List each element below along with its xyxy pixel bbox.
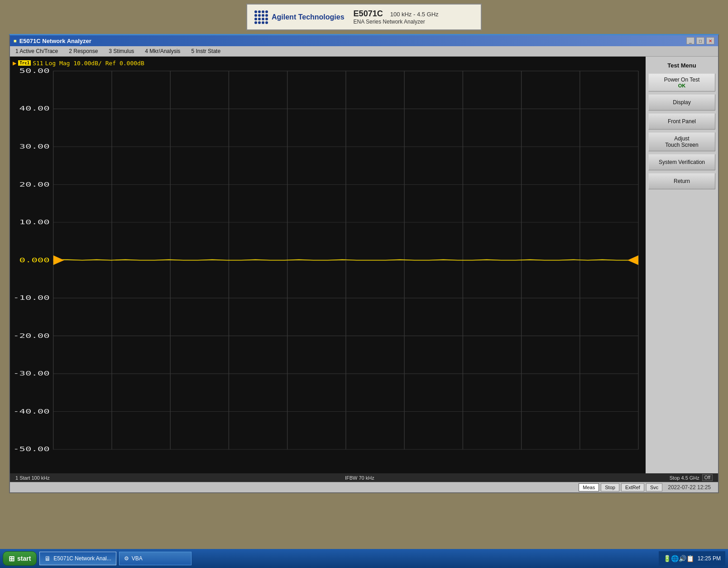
taskbar-app-vba-label: VBA xyxy=(132,555,143,562)
start-freq: 1 Start 100 kHz xyxy=(15,475,50,481)
stop-button[interactable]: Stop xyxy=(601,483,619,491)
power-on-test-button[interactable]: Power On Test OK xyxy=(648,73,715,91)
close-button[interactable]: ✕ xyxy=(706,37,714,44)
system-verification-button[interactable]: System Verification xyxy=(648,154,715,170)
taskbar: ⊞ start 🖥 E5071C Network Anal... ⚙ VBA 🔋… xyxy=(0,549,728,568)
taskbar-app-ena-label: E5071C Network Anal... xyxy=(53,555,111,562)
return-label: Return xyxy=(674,178,690,184)
trace-param: S11 xyxy=(33,60,43,67)
status-bar: 1 Start 100 kHz IFBW 70 kHz Stop 4.5 GHz… xyxy=(10,473,718,482)
model-number: E5071C xyxy=(354,9,383,19)
power-on-test-status: OK xyxy=(678,83,686,88)
svg-text:0.000: 0.000 xyxy=(19,256,50,264)
front-panel-button[interactable]: Front Panel xyxy=(648,113,715,130)
menu-mkr[interactable]: 4 Mkr/Analysis xyxy=(143,47,182,55)
logo-dots xyxy=(254,10,268,24)
model-info: E5071C 100 kHz - 4.5 GHz ENA Series Netw… xyxy=(354,9,439,25)
meas-bar: Meas Stop ExtRef Svc 2022-07-22 12:25 xyxy=(10,482,718,492)
title-bar: ■ E5071C Network Analyzer _ □ ✕ xyxy=(10,35,718,46)
front-panel-label: Front Panel xyxy=(668,118,696,125)
system-verification-label: System Verification xyxy=(659,159,705,165)
meas-button[interactable]: Meas xyxy=(579,483,599,491)
menu-instr[interactable]: 5 Instr State xyxy=(189,47,222,55)
taskbar-app-ena[interactable]: 🖥 E5071C Network Anal... xyxy=(39,552,116,565)
taskbar-app-vba-icon: ⚙ xyxy=(124,555,129,562)
panel-title: Test Menu xyxy=(648,60,715,71)
svg-text:-30.00: -30.00 xyxy=(13,369,50,377)
display-button[interactable]: Display xyxy=(648,94,715,111)
return-button[interactable]: Return xyxy=(648,173,715,189)
svg-text:-10.00: -10.00 xyxy=(13,294,50,301)
power-on-test-label: Power On Test xyxy=(664,77,699,83)
menu-stimulus[interactable]: 3 Stimulus xyxy=(107,47,136,55)
menu-bar: 1 Active Ch/Trace 2 Response 3 Stimulus … xyxy=(10,46,718,57)
menu-response[interactable]: 2 Response xyxy=(67,47,100,55)
system-time: 12:25 PM xyxy=(698,555,721,562)
start-button[interactable]: ⊞ start xyxy=(3,551,37,566)
trace-arrow: ▶ xyxy=(13,59,16,67)
svg-text:20.00: 20.00 xyxy=(19,180,50,188)
taskbar-app-ena-icon: 🖥 xyxy=(44,555,51,562)
minimize-button[interactable]: _ xyxy=(686,37,694,44)
brand-logo: Agilent Technologies xyxy=(254,10,345,24)
brand-name: Agilent Technologies xyxy=(272,13,345,21)
ifbw: IFBW 70 kHz xyxy=(345,475,374,481)
window-controls: _ □ ✕ xyxy=(686,37,714,44)
window-title: E5071C Network Analyzer xyxy=(19,38,91,44)
trace-label: ▶ Trc1 S11 Log Mag 10.00dB/ Ref 0.000dB xyxy=(13,59,144,67)
svg-text:-20.00: -20.00 xyxy=(13,332,50,339)
start-label: start xyxy=(17,555,31,562)
taskbar-right: 🔋🌐🔊📋 12:25 PM xyxy=(659,551,725,566)
adjust-touch-label: AdjustTouch Screen xyxy=(665,135,698,148)
right-panel: Test Menu Power On Test OK Display Front… xyxy=(646,57,718,473)
menu-active-ch[interactable]: 1 Active Ch/Trace xyxy=(14,47,60,55)
sys-icons: 🔋🌐🔊📋 xyxy=(663,555,694,562)
off-indicator: Off xyxy=(702,474,713,481)
chart-area: ▶ Trc1 S11 Log Mag 10.00dB/ Ref 0.000dB xyxy=(10,57,646,473)
adjust-touch-screen-button[interactable]: AdjustTouch Screen xyxy=(648,132,715,151)
freq-range: 100 kHz - 4.5 GHz xyxy=(390,11,439,18)
svg-text:40.00: 40.00 xyxy=(19,104,50,112)
display-label: Display xyxy=(673,99,690,106)
stop-freq: Stop 4.5 GHz xyxy=(670,475,699,481)
svg-text:10.00: 10.00 xyxy=(19,218,50,226)
chart-svg: 50.00 40.00 30.00 20.00 10.00 0.000 -10.… xyxy=(10,57,646,473)
restore-button[interactable]: □ xyxy=(696,37,704,44)
svc-button[interactable]: Svc xyxy=(646,483,662,491)
start-icon: ⊞ xyxy=(9,554,14,563)
taskbar-app-vba[interactable]: ⚙ VBA xyxy=(119,552,192,565)
svg-text:50.00: 50.00 xyxy=(19,67,50,74)
svg-text:30.00: 30.00 xyxy=(19,142,50,150)
svg-rect-0 xyxy=(10,57,646,473)
trace-scale: Log Mag 10.00dB/ Ref 0.000dB xyxy=(45,60,144,67)
series-label: ENA Series Network Analyzer xyxy=(354,19,439,25)
svg-text:-40.00: -40.00 xyxy=(13,407,50,415)
taskbar-datetime: 2022-07-22 12:25 xyxy=(664,484,714,491)
extref-button[interactable]: ExtRef xyxy=(621,483,644,491)
trace-indicator: Trc1 xyxy=(18,60,31,66)
window-icon: ■ xyxy=(14,38,17,43)
svg-text:-50.00: -50.00 xyxy=(13,445,50,452)
